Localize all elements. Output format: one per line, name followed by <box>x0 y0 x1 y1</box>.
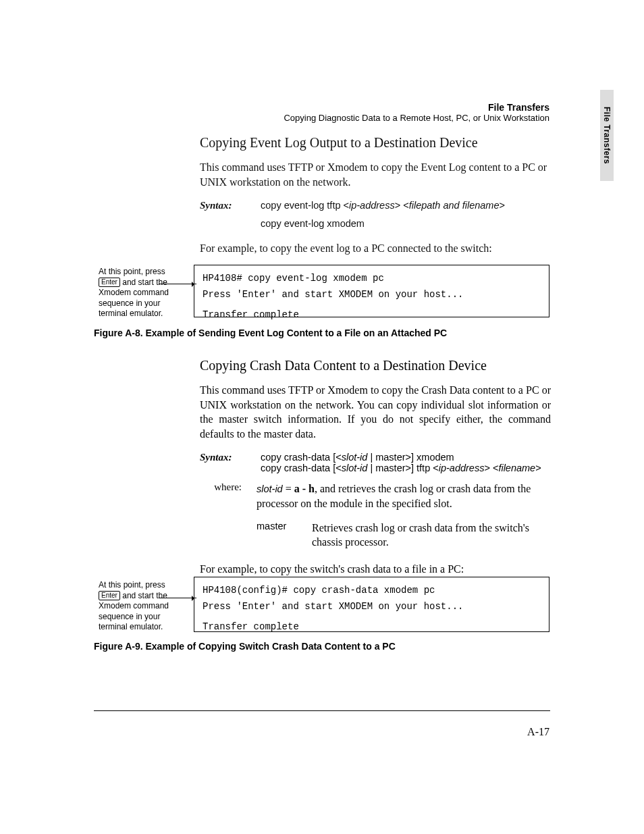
terminal-output-1: HP4108# copy event-log xmodem pc Press '… <box>194 265 549 317</box>
figure-caption-1: Figure A-8. Example of Sending Event Log… <box>94 328 447 338</box>
syntax-row-2: copy event-log xmodem <box>200 218 549 229</box>
section1-example-lead: For example, to copy the event log to a … <box>200 241 549 256</box>
section-crash-data: Copying Crash Data Content to a Destinat… <box>200 358 551 587</box>
callout-note-1: At this point, press Enter and start the… <box>99 267 188 319</box>
syntax-row: Syntax: copy crash-data [<slot-id | mast… <box>200 452 551 473</box>
term-line: Transfer complete <box>203 307 541 323</box>
side-tab: File Transfers <box>600 90 614 181</box>
syntax-label: Syntax: <box>200 452 242 473</box>
arrow-icon <box>159 598 196 598</box>
term-line: Press 'Enter' and start XMODEM on your h… <box>203 287 541 303</box>
figure-caption-2: Figure A-9. Example of Copying Switch Cr… <box>94 641 396 652</box>
where-row-2: master Retrieves crash log or crash data… <box>200 521 551 550</box>
where-label: where: <box>200 481 242 511</box>
enter-key-icon: Enter <box>99 278 120 287</box>
terminal-output-2: HP4108(config)# copy crash-data xmodem p… <box>194 577 549 632</box>
running-header: File Transfers Copying Diagnostic Data t… <box>284 102 549 123</box>
where-desc-master: Retrieves crash log or crash data from t… <box>312 521 551 550</box>
header-title: File Transfers <box>284 102 549 113</box>
syntax-line-2: copy event-log xmodem <box>261 218 365 229</box>
section2-heading: Copying Crash Data Content to a Destinat… <box>200 358 551 373</box>
section2-example-lead: For example, to copy the switch's crash … <box>200 562 551 577</box>
syntax-row: Syntax: copy event-log tftp <ip-address>… <box>200 200 549 211</box>
where-term-master: master <box>257 521 297 550</box>
side-tab-label: File Transfers <box>602 107 612 164</box>
syntax-label: Syntax: <box>200 200 242 211</box>
term-line: HP4108(config)# copy crash-data xmodem p… <box>203 583 541 599</box>
term-line: Press 'Enter' and start XMODEM on your h… <box>203 599 541 615</box>
section-event-log: Copying Event Log Output to a Destinatio… <box>200 135 549 267</box>
syntax-line-1: copy event-log tftp <ip-address> <filepa… <box>261 200 505 211</box>
where-row-1: where: slot-id = a - h, and retrieves th… <box>200 481 551 511</box>
header-subtitle: Copying Diagnostic Data to a Remote Host… <box>284 113 549 123</box>
section2-intro: This command uses TFTP or Xmodem to copy… <box>200 383 551 441</box>
callout-note-2: At this point, press Enter and start the… <box>99 580 188 633</box>
footer-rule <box>94 710 550 711</box>
page-number: A-17 <box>527 726 549 738</box>
term-line: HP4108# copy event-log xmodem pc <box>203 271 541 287</box>
section1-intro: This command uses TFTP or Xmodem to copy… <box>200 160 549 189</box>
enter-key-icon: Enter <box>99 591 120 600</box>
arrow-icon <box>159 284 196 284</box>
term-line: Transfer complete <box>203 619 541 635</box>
section1-heading: Copying Event Log Output to a Destinatio… <box>200 135 549 151</box>
syntax-line: copy crash-data [<slot-id | master>] xmo… <box>261 452 541 473</box>
